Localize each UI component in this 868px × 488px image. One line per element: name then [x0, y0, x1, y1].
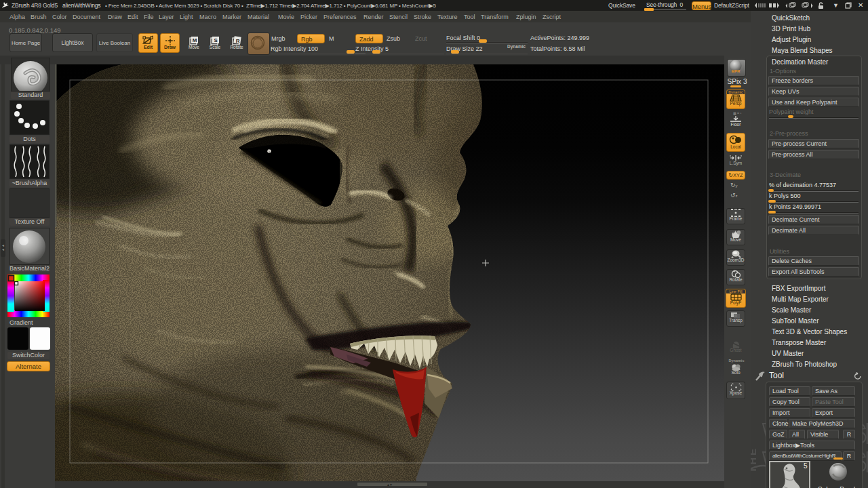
svg-text:BPR: BPR: [732, 69, 741, 73]
svg-text:R: R: [235, 38, 239, 44]
svg-text:S: S: [214, 37, 218, 43]
svg-text:M: M: [192, 37, 197, 43]
